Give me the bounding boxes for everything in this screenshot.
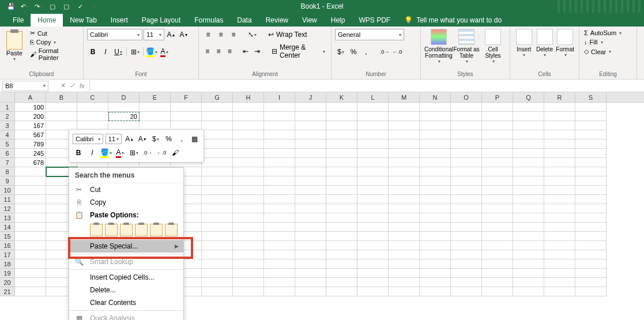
spellcheck-icon[interactable]: ✓ [74, 1, 86, 12]
tab-file[interactable]: File [6, 14, 31, 27]
paste-option-all-icon[interactable] [90, 224, 103, 236]
cell[interactable] [15, 186, 46, 195]
cell[interactable] [575, 176, 607, 186]
cell[interactable] [264, 259, 295, 269]
cell[interactable] [389, 103, 420, 112]
cell[interactable] [482, 223, 513, 232]
cell[interactable] [420, 112, 451, 121]
cell[interactable] [295, 241, 326, 250]
cell[interactable] [264, 140, 295, 149]
cell[interactable] [357, 250, 389, 259]
cell[interactable] [513, 287, 544, 296]
cell[interactable] [202, 250, 233, 259]
cell[interactable] [15, 213, 46, 223]
cell[interactable] [482, 232, 513, 241]
mini-format-painter-icon[interactable]: 🖌 [170, 147, 181, 159]
cell[interactable] [295, 287, 326, 296]
formula-input[interactable] [89, 81, 644, 91]
cell[interactable] [513, 176, 544, 186]
cell[interactable] [357, 121, 389, 130]
percent-icon[interactable]: % [348, 46, 359, 58]
cell[interactable] [482, 149, 513, 158]
col-header[interactable]: M [389, 92, 420, 102]
cell[interactable] [46, 103, 77, 112]
cell[interactable] [482, 140, 513, 149]
cell[interactable] [575, 259, 607, 269]
cell[interactable] [389, 149, 420, 158]
cell[interactable] [513, 167, 544, 176]
row-header[interactable]: 5 [0, 140, 15, 149]
cell[interactable] [295, 149, 326, 158]
cell[interactable] [544, 112, 575, 121]
cell[interactable] [544, 250, 575, 259]
tab-home[interactable]: Home [31, 14, 63, 27]
row-header[interactable]: 12 [0, 204, 15, 213]
cell[interactable] [15, 278, 46, 287]
cell[interactable] [326, 250, 357, 259]
cell[interactable] [451, 241, 482, 250]
tab-insert[interactable]: Insert [104, 14, 135, 27]
cell[interactable] [202, 213, 233, 223]
font-size-combo[interactable]: 11▾ [144, 29, 164, 40]
cell[interactable] [202, 103, 233, 112]
row-header[interactable]: 2 [0, 112, 15, 121]
ctx-search[interactable]: Search the menus [69, 168, 183, 183]
shrink-font-icon[interactable]: A▼ [178, 29, 190, 40]
grow-font-icon[interactable]: A▲ [165, 29, 177, 40]
cell[interactable] [420, 103, 451, 112]
tab-formulas[interactable]: Formulas [187, 14, 230, 27]
cell[interactable] [233, 250, 264, 259]
cell[interactable] [451, 121, 482, 130]
format-painter-button[interactable]: 🖌Format Painter [28, 47, 80, 62]
cell[interactable]: 167 [15, 121, 46, 130]
cell[interactable] [357, 213, 389, 223]
cell[interactable] [513, 158, 544, 167]
cell[interactable] [357, 241, 389, 250]
mini-comma-icon[interactable]: , [176, 133, 187, 145]
decrease-indent-icon[interactable]: ⇤ [241, 46, 251, 57]
copy-button[interactable]: ⎘Copy▾ [28, 38, 80, 46]
cell[interactable] [389, 278, 420, 287]
cut-button[interactable]: ✂Cut [28, 29, 80, 37]
cell[interactable] [482, 195, 513, 204]
underline-button[interactable]: U▾ [112, 46, 124, 58]
cell[interactable] [202, 269, 233, 278]
cell[interactable] [513, 112, 544, 121]
tab-review[interactable]: Review [259, 14, 295, 27]
ctx-delete[interactable]: Delete... [69, 284, 183, 296]
cell[interactable] [264, 223, 295, 232]
row-header[interactable]: 15 [0, 232, 15, 241]
cell[interactable] [575, 112, 607, 121]
cell[interactable] [326, 130, 357, 140]
enter-icon[interactable]: ✓ [70, 82, 75, 89]
cell[interactable] [544, 176, 575, 186]
row-header[interactable]: 6 [0, 149, 15, 158]
cell[interactable] [233, 140, 264, 149]
cell[interactable] [482, 112, 513, 121]
cell[interactable] [264, 195, 295, 204]
cell[interactable] [482, 287, 513, 296]
cell[interactable] [326, 269, 357, 278]
mini-font-combo[interactable]: Calibri▾ [73, 134, 103, 144]
cell[interactable] [575, 269, 607, 278]
cell[interactable] [264, 287, 295, 296]
cell[interactable] [326, 112, 357, 121]
cell[interactable] [295, 195, 326, 204]
cell[interactable] [420, 259, 451, 269]
cell[interactable] [295, 259, 326, 269]
orientation-icon[interactable]: ⤡▾ [246, 29, 258, 40]
ctx-copy[interactable]: ⎘ Copy [69, 196, 183, 209]
cell[interactable] [389, 140, 420, 149]
cell[interactable] [295, 278, 326, 287]
cell[interactable] [544, 232, 575, 241]
cell[interactable] [326, 121, 357, 130]
cell[interactable]: 20 [108, 112, 140, 121]
cell[interactable] [233, 259, 264, 269]
cell[interactable] [482, 241, 513, 250]
ctx-smart-lookup[interactable]: 🔍 Smart Lookup [69, 255, 183, 268]
mini-shrink-font-icon[interactable]: A▼ [137, 133, 148, 145]
cell[interactable] [326, 213, 357, 223]
row-header[interactable]: 7 [0, 158, 15, 167]
paste-option-transpose-icon[interactable] [135, 224, 148, 236]
cell[interactable] [357, 140, 389, 149]
